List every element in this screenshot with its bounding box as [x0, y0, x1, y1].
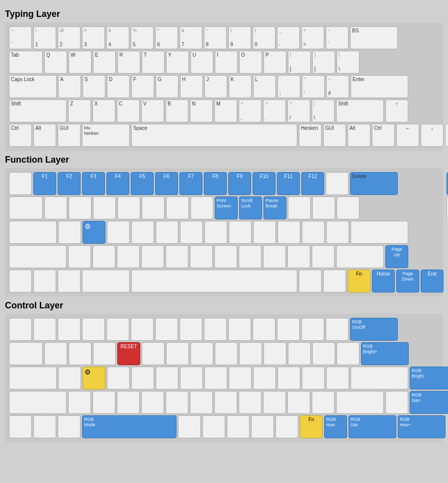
ctrl-key-rgbbrightplus[interactable]: RGBBright+	[361, 342, 409, 365]
ctrl-blank-l[interactable]	[253, 367, 276, 389]
fn-blank-henken[interactable]	[299, 270, 322, 292]
fn-blank-lbr[interactable]	[312, 196, 335, 219]
fn-key-blank2[interactable]	[326, 172, 349, 195]
ctrl-blank-period[interactable]	[263, 391, 286, 414]
key-y[interactable]: Y	[166, 51, 189, 74]
ctrl-blank-b[interactable]	[166, 391, 188, 414]
fn-blank-r[interactable]	[117, 196, 140, 219]
fn-blank-l[interactable]	[253, 221, 276, 244]
fn-key-f4[interactable]: F4	[106, 172, 129, 195]
ctrl-blank-slash[interactable]	[287, 391, 310, 414]
ctrl-blank-7[interactable]	[155, 318, 178, 341]
fn-blank-rgui[interactable]	[323, 270, 346, 292]
ctrl-blank-4[interactable]	[82, 318, 105, 341]
key-uparrow[interactable]	[385, 99, 408, 122]
key-quote[interactable]: " '	[302, 75, 325, 98]
key-semicolon[interactable]: : ;	[277, 75, 300, 98]
fn-blank-caps[interactable]	[9, 221, 57, 244]
key-comma[interactable]: < ,	[239, 99, 262, 122]
key-rbracket[interactable]: } ]	[312, 51, 335, 74]
fn-key-printscreen[interactable]: PrintScreen	[215, 196, 238, 219]
key-tab[interactable]: Tab	[9, 51, 43, 74]
fn-blank-muhenken[interactable]	[82, 270, 130, 292]
ctrl-blank-t[interactable]	[142, 342, 165, 365]
key-i[interactable]: I	[215, 51, 238, 74]
fn-blank-semi[interactable]	[277, 221, 300, 244]
ctrl-blank-m[interactable]	[214, 391, 237, 414]
ctrl-key-gear[interactable]	[83, 367, 105, 389]
key-v[interactable]: V	[141, 99, 164, 122]
ctrl-blank-13[interactable]	[301, 318, 324, 341]
fn-blank-enter[interactable]	[351, 221, 408, 244]
key-rshift[interactable]: Shift	[336, 99, 384, 122]
fn-key-delete[interactable]: Delete	[350, 172, 398, 195]
ctrl-blank-semi[interactable]	[277, 367, 300, 389]
fn-blank-space[interactable]	[131, 270, 297, 292]
ctrl-blank-rbr[interactable]	[312, 342, 335, 365]
ctrl-blank-lgui[interactable]	[58, 415, 81, 438]
fn-key-f11[interactable]: F11	[277, 172, 300, 195]
key-pipe[interactable]: | \	[312, 99, 335, 122]
fn-blank-tab[interactable]	[9, 196, 43, 219]
fn-blank-k[interactable]	[229, 221, 252, 244]
key-lgui[interactable]: GUI	[58, 124, 81, 147]
ctrl-blank-e[interactable]	[93, 342, 116, 365]
key-t[interactable]: T	[142, 51, 165, 74]
key-equals[interactable]: + =	[301, 26, 324, 49]
key-space[interactable]: Space	[131, 124, 297, 147]
fn-blank-quote[interactable]	[302, 221, 325, 244]
ctrl-blank-space3[interactable]	[202, 415, 225, 438]
key-o[interactable]: O	[239, 51, 262, 74]
key-3[interactable]: # 3	[82, 26, 105, 49]
ctrl-blank-2[interactable]	[33, 318, 56, 341]
key-slash[interactable]: ? /	[287, 99, 310, 122]
ctrl-blank-i[interactable]	[215, 342, 238, 365]
fn-key-f2[interactable]: F2	[58, 172, 81, 195]
key-j[interactable]: J	[204, 75, 227, 98]
key-9[interactable]: ( 9	[228, 26, 251, 49]
ctrl-blank-h[interactable]	[180, 367, 203, 389]
fn-key-f9[interactable]: F9	[228, 172, 251, 195]
fn-blank-pipe[interactable]	[312, 245, 335, 268]
ctrl-blank-comma[interactable]	[239, 391, 262, 414]
ctrl-blank-a[interactable]	[58, 367, 81, 389]
fn-blank-lshift[interactable]	[9, 245, 67, 268]
fn-blank-e[interactable]	[93, 196, 116, 219]
ctrl-blank-n[interactable]	[190, 391, 213, 414]
key-hash[interactable]: ~ #	[326, 75, 349, 98]
ctrl-blank-w[interactable]	[69, 342, 91, 365]
fn-blank-v[interactable]	[141, 245, 164, 268]
ctrl-blank-x[interactable]	[92, 391, 115, 414]
key-backspace[interactable]: BS	[350, 26, 398, 49]
key-ralt[interactable]: Alt	[348, 124, 370, 147]
ctrl-blank-g[interactable]	[156, 367, 179, 389]
key-z[interactable]: Z	[68, 99, 91, 122]
ctrl-key-rgbsatplus[interactable]: RGBSat+	[410, 391, 448, 414]
fn-key-f7[interactable]: F7	[179, 172, 202, 195]
fn-key-f5[interactable]: F5	[131, 172, 154, 195]
key-rctrl[interactable]: Ctrl	[372, 124, 395, 147]
fn-blank-comma[interactable]	[239, 245, 262, 268]
fn-blank-x[interactable]	[92, 245, 115, 268]
fn-key-fn[interactable]: Fn	[348, 270, 370, 292]
key-5[interactable]: % 5	[131, 26, 154, 49]
ctrl-blank-tab[interactable]	[9, 342, 43, 365]
fn-blank-rbr[interactable]	[337, 196, 359, 219]
ctrl-key-rgbsatminus[interactable]: RGBSat-	[349, 415, 396, 438]
ctrl-blank-1[interactable]	[9, 318, 32, 341]
key-downarrow[interactable]	[421, 124, 444, 147]
key-m[interactable]: M	[214, 99, 237, 122]
ctrl-blank-k[interactable]	[229, 367, 252, 389]
key-e[interactable]: E	[93, 51, 116, 74]
key-grave2[interactable]: ~ `	[326, 26, 349, 49]
ctrl-blank-c[interactable]	[117, 391, 140, 414]
ctrl-blank-rshift[interactable]	[336, 391, 384, 414]
key-henken[interactable]: Henken	[299, 124, 322, 147]
key-period[interactable]: > .	[263, 99, 286, 122]
ctrl-blank-p[interactable]	[264, 342, 286, 365]
key-u[interactable]: U	[190, 51, 213, 74]
ctrl-blank-lctrl[interactable]	[9, 415, 32, 438]
ctrl-blank-hash[interactable]	[326, 367, 349, 389]
key-lshift[interactable]: Shift	[9, 99, 67, 122]
ctrl-blank-enter[interactable]	[351, 367, 408, 389]
